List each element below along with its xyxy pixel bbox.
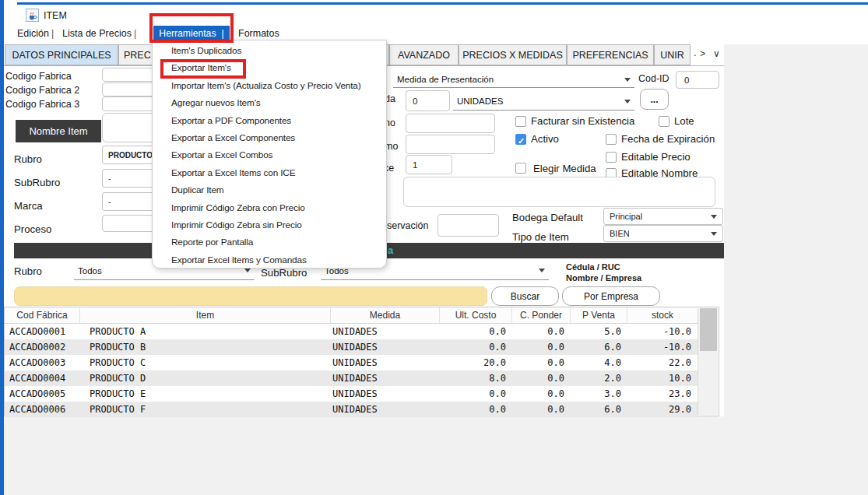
cell-stock: 10.0 xyxy=(627,370,698,386)
dropdown-arrow-icon xyxy=(244,269,251,272)
java-app-icon xyxy=(26,9,39,25)
column-header-item[interactable]: Item xyxy=(80,307,331,323)
column-header-c-ponder[interactable]: C. Ponder xyxy=(512,307,571,323)
descripcion-textarea[interactable] xyxy=(403,177,715,207)
bodega-default-label: Bodega Default xyxy=(512,212,583,223)
tab-datos-principales[interactable]: DATOS PRINCIPALES xyxy=(5,44,118,65)
activo-label: Activo xyxy=(531,133,559,145)
codigo-fabrica-3-label: Codigo Fabrica 3 xyxy=(5,99,79,110)
column-header-p-venta[interactable]: P Venta xyxy=(571,307,627,323)
factor-value: 1 xyxy=(413,160,417,170)
bodega-default-select[interactable]: Principal xyxy=(603,208,723,225)
menu-item-imprimir-zebra-con-precio[interactable]: Imprimir Código Zebra con Precio xyxy=(153,199,386,216)
campo-no-input[interactable] xyxy=(406,114,495,133)
menubar-item-lista-de-precios[interactable]: Lista de Precios xyxy=(62,28,132,39)
menu-item-duplicar-item[interactable]: Duplicar Item xyxy=(153,181,386,198)
annotation-box-herramientas xyxy=(149,13,234,43)
filter-rubro-label: Rubro xyxy=(14,265,42,277)
cell-c-ponder: 0.0 xyxy=(512,339,571,355)
cod-id-input[interactable]: 0 xyxy=(676,71,719,89)
tipo-de-item-value: BIEN xyxy=(610,229,630,238)
cell-medida: UNIDADES xyxy=(331,324,440,339)
cell-item: PRODUCTO F xyxy=(80,402,331,417)
column-header-ult-costo[interactable]: Ult. Costo xyxy=(440,307,512,323)
menu-item-exportar-excel-items-ice[interactable]: Exportar a Excel Items con ICE xyxy=(153,164,386,181)
nombre-item-button[interactable]: Nombre Item xyxy=(16,120,101,142)
tab-precios-x-medidas[interactable]: PRECIOS X MEDIDAS xyxy=(459,44,567,65)
buscar-button[interactable]: Buscar xyxy=(491,286,559,306)
menu-item-importar-items[interactable]: Importar Item's (Actualiza Costo y Preci… xyxy=(153,77,386,94)
elegir-medida-label: Elegir Medida xyxy=(531,162,599,175)
tipo-de-item-select[interactable]: BIEN xyxy=(603,225,723,242)
menu-item-exportar-excel-combos[interactable]: Exportar a Excel Combos xyxy=(153,146,386,163)
table-scrollbar[interactable] xyxy=(698,308,718,415)
factor-input[interactable]: 1 xyxy=(406,155,452,174)
menubar-item-edicion[interactable]: Edición xyxy=(17,28,49,39)
tab-avanzado[interactable]: AVANZADO xyxy=(389,44,459,65)
chevron-right-icon[interactable]: > xyxy=(700,48,705,59)
table-row[interactable]: ACCADO0005 PRODUCTO E UNIDADES 0.0 0.0 3… xyxy=(5,386,698,402)
cell-p-venta: 2.0 xyxy=(571,370,627,386)
menu-item-exportar-excel-items-comandas[interactable]: Exportar Excel Items y Comandas xyxy=(153,251,386,269)
tab-overflow-dot[interactable]: . xyxy=(694,47,697,58)
cell-c-ponder: 0.0 xyxy=(512,386,571,402)
tab-unir[interactable]: UNIR xyxy=(654,44,691,65)
dropdown-arrow-icon xyxy=(624,78,631,82)
column-header-cod-fabrica[interactable]: Cod Fábrica xyxy=(5,307,80,323)
cell-c-ponder: 0.0 xyxy=(512,402,571,417)
tipo-de-item-label: Tipo de Item xyxy=(512,231,569,243)
chevron-down-icon[interactable]: ∨ xyxy=(713,48,720,59)
search-input[interactable] xyxy=(14,286,487,306)
unidad-select[interactable]: UNIDADES xyxy=(453,93,634,111)
por-empresa-button[interactable]: Por Empresa xyxy=(562,286,660,306)
menubar-separator: | xyxy=(51,28,54,39)
column-header-stock[interactable]: stock xyxy=(627,307,698,323)
observacion-input[interactable] xyxy=(438,214,499,237)
scrollbar-thumb[interactable] xyxy=(700,308,717,351)
menu-item-imprimir-zebra-sin-precio[interactable]: Imprimir Código Zebra sin Precio xyxy=(153,216,386,233)
cell-item: PRODUCTO A xyxy=(80,324,331,339)
elegir-medida-checkbox[interactable] xyxy=(515,163,526,174)
cell-item: PRODUCTO E xyxy=(80,386,331,402)
menu-item-agregar-nuevos-items[interactable]: Agregar nuevos Item's xyxy=(153,94,386,111)
fecha-expiracion-checkbox[interactable] xyxy=(606,134,617,145)
menubar-item-formatos[interactable]: Formatos xyxy=(238,28,279,39)
cantidad-input[interactable]: 0 xyxy=(406,90,450,111)
menu-item-reporte-por-pantalla[interactable]: Reporte por Pantalla xyxy=(153,233,386,251)
cell-cod-fabrica: ACCADO0003 xyxy=(5,355,80,370)
lote-checkbox[interactable] xyxy=(659,116,669,127)
dropdown-arrow-icon xyxy=(711,215,717,219)
cell-item: PRODUCTO C xyxy=(80,355,331,370)
table-row[interactable]: ACCADO0004 PRODUCTO D UNIDADES 8.0 0.0 2… xyxy=(5,370,698,386)
cod-id-value: 0 xyxy=(684,75,689,85)
menu-item-exportar-excel-componentes[interactable]: Exportar a Excel Componentes xyxy=(153,129,386,146)
cell-p-venta: 6.0 xyxy=(571,339,627,355)
cell-stock: -10.0 xyxy=(627,324,698,339)
editable-precio-checkbox[interactable] xyxy=(606,152,617,163)
marca-value: - xyxy=(108,197,111,206)
table-row[interactable]: ACCADO0002 PRODUCTO B UNIDADES 0.0 0.0 6… xyxy=(5,339,698,355)
tab-preferencias[interactable]: PREFERENCIAS xyxy=(567,44,654,65)
cell-cod-fabrica: ACCADO0002 xyxy=(5,339,80,355)
cell-item: PRODUCTO B xyxy=(80,339,331,355)
campo-mo-input[interactable] xyxy=(406,135,495,154)
menu-item-exportar-pdf-componentes[interactable]: Exportar a PDF Componentes xyxy=(153,112,386,129)
activo-checkbox[interactable] xyxy=(515,134,526,145)
table-row[interactable]: ACCADO0001 PRODUCTO A UNIDADES 0.0 0.0 5… xyxy=(5,324,698,339)
menu-item-items-duplicados[interactable]: Item's Duplicados xyxy=(153,42,386,59)
nombre-empresa-label: Nombre / Empresa xyxy=(566,273,641,283)
cell-ult-costo: 8.0 xyxy=(440,370,512,386)
cell-cod-fabrica: ACCADO0001 xyxy=(5,324,80,339)
lote-label: Lote xyxy=(674,115,694,127)
more-options-button[interactable]: ... xyxy=(640,89,669,110)
table-row[interactable]: ACCADO0003 PRODUCTO C UNIDADES 20.0 0.0 … xyxy=(5,355,698,370)
cell-medida: UNIDADES xyxy=(331,355,440,370)
table-row[interactable]: ACCADO0006 PRODUCTO F UNIDADES 0.0 0.0 6… xyxy=(5,402,698,417)
facturar-sin-existencia-checkbox[interactable] xyxy=(515,116,526,127)
tab-precios-fragment-left: PREC xyxy=(124,50,151,61)
unidad-value: UNIDADES xyxy=(457,97,503,106)
bodega-default-value: Principal xyxy=(610,212,642,221)
column-header-medida[interactable]: Medida xyxy=(331,307,440,323)
cell-item: PRODUCTO D xyxy=(80,370,331,386)
medida-presentacion-select[interactable]: Medida de Presentación xyxy=(393,72,634,88)
